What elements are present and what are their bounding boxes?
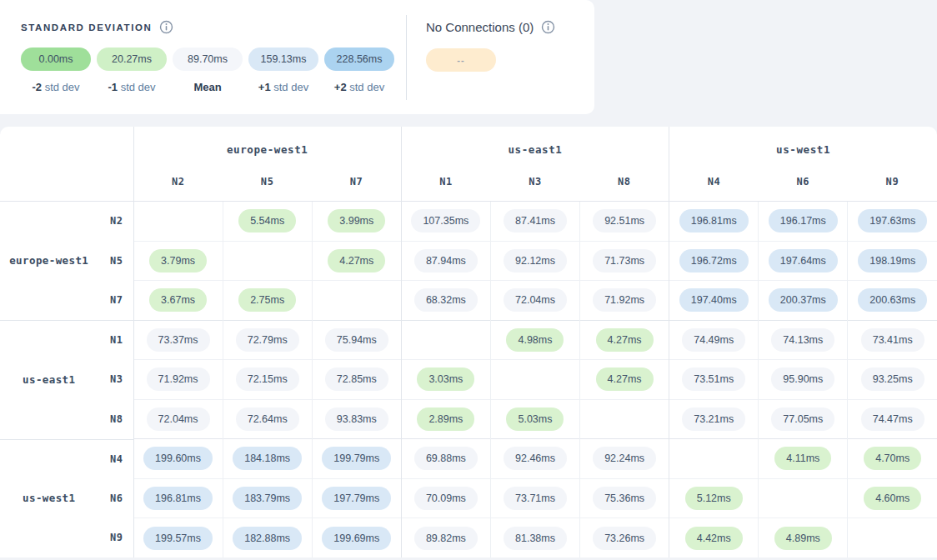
latency-pill[interactable]: 183.79ms <box>233 487 302 510</box>
legend-pill: 20.27ms <box>97 48 167 71</box>
latency-pill[interactable]: 4.70ms <box>864 447 921 470</box>
latency-pill[interactable]: 5.03ms <box>506 408 564 431</box>
latency-pill[interactable]: 196.17ms <box>769 209 838 232</box>
latency-pill[interactable]: 73.21ms <box>682 408 745 431</box>
latency-pill[interactable]: 71.73ms <box>593 249 656 272</box>
latency-pill[interactable]: 200.37ms <box>769 288 838 312</box>
latency-pill[interactable]: 197.79ms <box>322 487 391 510</box>
latency-pill[interactable]: 196.81ms <box>679 209 749 232</box>
latency-pill[interactable]: 87.41ms <box>504 209 567 232</box>
latency-pill[interactable]: 93.83ms <box>325 408 388 431</box>
matrix-row-N3: us-east1N371.92ms72.15ms72.85ms3.03ms4.2… <box>0 360 937 400</box>
info-icon[interactable] <box>541 20 555 34</box>
latency-pill[interactable]: 72.85ms <box>325 368 388 391</box>
latency-pill[interactable]: 200.63ms <box>858 288 927 312</box>
latency-pill[interactable]: 4.27ms <box>328 249 385 272</box>
latency-pill[interactable]: 87.94ms <box>414 249 478 272</box>
matrix-row-N6: us-west1N6196.81ms183.79ms197.79ms70.09m… <box>0 478 937 518</box>
latency-pill[interactable]: 197.63ms <box>858 209 927 232</box>
latency-pill[interactable]: 72.64ms <box>236 408 299 431</box>
legend-label: +2 std dev <box>324 81 394 93</box>
latency-pill[interactable]: 5.12ms <box>685 487 743 510</box>
matrix-cell: 4.89ms <box>759 518 848 558</box>
latency-pill[interactable]: 72.15ms <box>236 368 299 391</box>
matrix-cell: 68.32ms <box>401 281 490 321</box>
no-connections-title: No Connections (0) <box>426 20 534 34</box>
latency-pill[interactable]: 95.90ms <box>771 368 834 391</box>
latency-pill[interactable]: 72.79ms <box>236 328 299 352</box>
info-icon[interactable] <box>159 20 173 34</box>
legend-label: -1 std dev <box>97 81 167 93</box>
matrix-cell: 92.12ms <box>490 241 579 281</box>
latency-pill[interactable]: 68.32ms <box>414 288 478 312</box>
latency-pill[interactable]: 73.37ms <box>147 328 210 352</box>
latency-pill[interactable]: 75.94ms <box>325 328 388 352</box>
latency-pill[interactable]: 199.60ms <box>143 447 213 470</box>
latency-pill[interactable]: 197.40ms <box>679 288 749 312</box>
latency-pill[interactable]: 74.13ms <box>771 328 834 352</box>
latency-pill[interactable]: 70.09ms <box>414 487 478 510</box>
latency-pill[interactable]: 3.03ms <box>417 368 474 391</box>
latency-pill[interactable]: 4.27ms <box>596 368 654 391</box>
latency-pill[interactable]: 184.18ms <box>233 447 302 470</box>
matrix-cell: 74.49ms <box>669 320 759 360</box>
matrix-cell: 2.89ms <box>401 399 490 439</box>
latency-pill[interactable]: 198.19ms <box>858 249 927 272</box>
latency-pill[interactable]: 197.64ms <box>769 249 838 272</box>
latency-pill[interactable]: 73.51ms <box>682 368 745 391</box>
latency-pill[interactable]: 75.36ms <box>593 487 656 510</box>
latency-pill[interactable]: 199.69ms <box>322 527 391 550</box>
latency-pill[interactable]: 4.42ms <box>685 527 743 550</box>
latency-pill[interactable]: 89.82ms <box>414 527 478 550</box>
latency-pill[interactable]: 107.35ms <box>411 209 480 232</box>
latency-pill[interactable]: 4.89ms <box>774 527 832 550</box>
row-label-N2: N2 <box>0 202 133 242</box>
matrix-cell: 3.79ms <box>133 241 223 281</box>
latency-pill[interactable]: 196.81ms <box>143 487 213 510</box>
matrix-cell: 3.99ms <box>312 201 401 241</box>
matrix-cell: 3.03ms <box>401 360 490 400</box>
latency-pill[interactable]: 73.41ms <box>861 328 924 352</box>
row-label-N1: N1 <box>0 320 133 360</box>
latency-pill[interactable]: 81.38ms <box>504 527 567 550</box>
latency-pill[interactable]: 71.92ms <box>593 288 656 312</box>
latency-pill[interactable]: 199.57ms <box>143 527 213 550</box>
latency-pill[interactable]: 199.79ms <box>322 447 391 470</box>
latency-pill[interactable]: 3.79ms <box>149 249 207 272</box>
matrix-corner <box>0 127 133 201</box>
latency-pill[interactable]: 2.75ms <box>238 288 296 312</box>
latency-pill[interactable]: 4.27ms <box>596 328 654 352</box>
matrix-cell: 5.54ms <box>223 201 312 241</box>
matrix-cell: 74.13ms <box>759 320 848 360</box>
legend-pill: 159.13ms <box>248 48 318 71</box>
matrix-cell: 93.83ms <box>312 399 401 439</box>
latency-pill[interactable]: 74.47ms <box>861 408 924 431</box>
latency-pill[interactable]: 72.04ms <box>147 408 210 431</box>
latency-pill[interactable]: 4.60ms <box>864 487 921 510</box>
matrix-cell: 89.82ms <box>401 518 490 558</box>
latency-pill[interactable]: 72.04ms <box>504 288 567 312</box>
latency-pill[interactable]: 77.05ms <box>771 408 834 431</box>
latency-pill[interactable]: 2.89ms <box>417 408 474 431</box>
matrix-row-N2: N25.54ms3.99ms107.35ms87.41ms92.51ms196.… <box>0 201 937 241</box>
latency-pill[interactable]: 93.25ms <box>861 368 924 391</box>
latency-pill[interactable]: 92.12ms <box>504 249 567 272</box>
matrix-cell: 71.92ms <box>580 281 669 321</box>
latency-pill[interactable]: 74.49ms <box>682 328 745 352</box>
latency-pill[interactable]: 92.24ms <box>593 447 656 470</box>
latency-pill[interactable]: 196.72ms <box>679 249 749 272</box>
latency-pill[interactable]: 182.88ms <box>233 527 302 550</box>
latency-pill[interactable]: 71.92ms <box>147 368 210 391</box>
latency-pill[interactable]: 92.46ms <box>504 447 567 470</box>
latency-pill[interactable]: 3.67ms <box>149 288 207 312</box>
latency-pill[interactable]: 4.98ms <box>506 328 564 352</box>
latency-pill[interactable]: 69.88ms <box>414 447 478 470</box>
legend-item: 228.56ms +2 std dev <box>324 48 394 93</box>
latency-pill[interactable]: 5.54ms <box>238 209 296 232</box>
matrix-cell <box>669 439 759 479</box>
latency-pill[interactable]: 3.99ms <box>328 209 385 232</box>
latency-pill[interactable]: 73.26ms <box>593 527 656 550</box>
latency-pill[interactable]: 92.51ms <box>593 209 656 232</box>
latency-pill[interactable]: 73.71ms <box>504 487 567 510</box>
latency-pill[interactable]: 4.11ms <box>774 447 831 470</box>
